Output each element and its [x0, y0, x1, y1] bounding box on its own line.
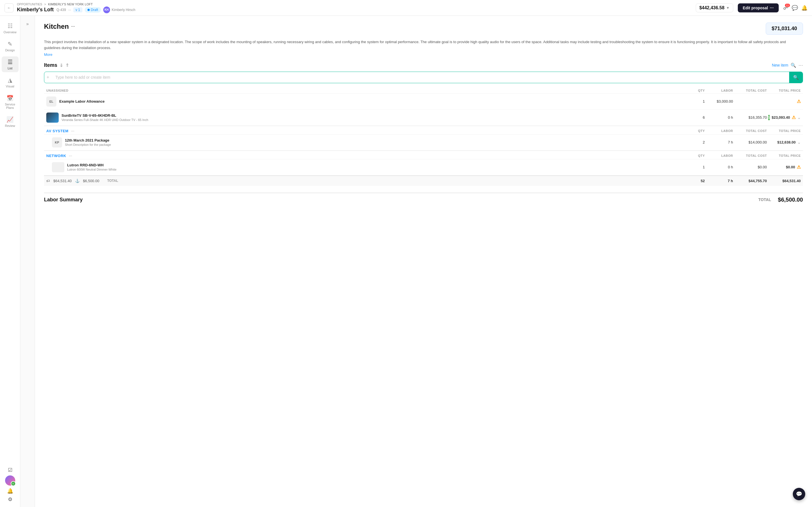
network-col-headers: Network ··· QTY LABOR TOTAL COST TOTAL P… [44, 151, 803, 159]
add-item-row: + 🔍 [44, 72, 803, 83]
item-thumbnail [46, 113, 59, 123]
quote-num: Q-439 [56, 8, 66, 12]
new-item-button[interactable]: New item [772, 63, 788, 67]
overview-icon: ☷ [8, 22, 13, 29]
sidebar-item-overview[interactable]: ☷ Overview [2, 20, 19, 36]
assignee: KH Kimberly Hirsch [103, 6, 136, 13]
item-info: EL Example Labor Allowance [44, 97, 685, 107]
collapse-all-button[interactable]: ⇓ [59, 63, 63, 68]
col-qty: QTY [685, 89, 707, 92]
draft-badge: Draft [85, 7, 101, 13]
labor-summary: Labor Summary Total $6,500.00 [44, 192, 803, 207]
expand-all-button[interactable]: ⇑ [65, 63, 69, 68]
items-title: Items [44, 62, 57, 68]
page-title-container: Kitchen ··· [44, 22, 75, 31]
item-price: ⚠ [769, 99, 803, 104]
notification-button[interactable]: 🔔 [801, 5, 808, 11]
av-system-section: AV System ··· QTY LABOR TOTAL COST TOTAL… [44, 126, 803, 151]
sidebar-item-visual[interactable]: ◮ Visual [2, 74, 19, 90]
total-price-dropdown[interactable]: $442,436.58 ▼ [696, 3, 733, 12]
item-qty: 2 [685, 140, 707, 145]
totals-cost: $64,531.40 [53, 179, 72, 183]
page-header: Kitchen ··· $71,031.40 [44, 22, 803, 35]
search-items-button[interactable]: 🔍 [791, 63, 796, 68]
expand-sidebar-button[interactable]: » [24, 19, 31, 29]
sidebar-item-list[interactable]: ☰ List [2, 56, 19, 72]
breadcrumb-sep: > [44, 3, 47, 6]
totals-qty: 52 [685, 179, 707, 183]
network-section: Network ··· QTY LABOR TOTAL COST TOTAL P… [44, 151, 803, 175]
more-items-button[interactable]: ⋯ [799, 63, 803, 68]
version-badge: v 1 [73, 7, 83, 12]
totals-labor: $6,500.00 [83, 179, 99, 183]
nav-right: $442,436.58 ▼ Edit proposal ⋯ ☍ 11 💬 🔔 [696, 3, 808, 12]
total-price-value: $442,436.58 [699, 5, 724, 10]
chat-bubble[interactable]: 💬 [793, 488, 805, 500]
item-cost: $14,000.00 [735, 140, 769, 145]
plus-icon: + [44, 75, 51, 80]
assignee-initials: KH [104, 8, 108, 11]
totals-hours: 7 h [707, 179, 735, 183]
green-check-icon: $ [768, 115, 770, 120]
edit-proposal-button[interactable]: Edit proposal ⋯ [738, 3, 779, 12]
col-total-cost: TOTAL COST [735, 89, 769, 92]
settings-button[interactable]: ⚙ [8, 496, 12, 503]
sidebar-item-design[interactable]: ✎ Design [2, 38, 19, 54]
unassigned-label: Unassigned [44, 89, 685, 92]
item-details: Lutron RRD-6ND-WH Lutron 600W Neutral Di… [67, 163, 116, 171]
sidebar-item-review[interactable]: 📈 Review [2, 114, 19, 130]
unassigned-section: Unassigned QTY LABOR TOTAL COST TOTAL PR… [44, 88, 803, 126]
top-icons: ☍ 11 💬 🔔 [783, 5, 808, 11]
main-layout: ☷ Overview ✎ Design ☰ List ◮ Visual 📅 Se… [0, 16, 812, 507]
assignee-avatar: KH [103, 6, 110, 13]
av-dots[interactable]: ··· [71, 129, 74, 133]
items-header-right: New item 🔍 ⋯ [772, 63, 803, 68]
av-col-total-price: TOTAL PRICE [769, 129, 803, 132]
item-name: Example Labor Allowance [59, 99, 105, 104]
notification-badge: 11 [785, 4, 790, 7]
project-description: This project involves the installation o… [44, 39, 803, 51]
table-row: KP 12th March 2021 Package Short Descrip… [44, 134, 803, 151]
notifications-sidebar-button[interactable]: 🔔 [7, 488, 13, 494]
net-col-labor: LABOR [707, 154, 735, 157]
visual-icon: ◮ [8, 77, 12, 83]
design-label: Design [5, 49, 15, 52]
more-link[interactable]: More [44, 52, 52, 57]
dots-sep: ··· [68, 8, 71, 12]
add-item-input[interactable] [51, 72, 789, 82]
table-row: SunBriteTV SB-V-65-4KHDR-BL Veranda Seri… [44, 110, 803, 126]
item-badge: KP [52, 137, 62, 148]
task-button[interactable]: ☑ [8, 467, 12, 473]
item-thumb-img [46, 113, 59, 123]
project-meta: Q-439 ··· v 1 Draft KH Kimberly Hirsch [56, 6, 135, 13]
labor-total-value: $6,500.00 [778, 196, 803, 203]
edit-proposal-label: Edit proposal [743, 6, 768, 10]
visual-label: Visual [6, 84, 14, 88]
list-label: List [8, 66, 12, 70]
chat-button[interactable]: 💬 [792, 5, 798, 11]
content-area: Kitchen ··· $71,031.40 This project invo… [35, 16, 812, 507]
list-icon: ☰ [8, 59, 13, 65]
network-dots[interactable]: ··· [69, 154, 72, 158]
item-cost: $0.00 [735, 165, 769, 169]
back-button[interactable]: ← [4, 3, 13, 12]
bookmark-button[interactable]: ☍ 11 [783, 5, 788, 11]
expand-row-icon[interactable]: ⌄ [797, 140, 801, 145]
av-col-labor: LABOR [707, 129, 735, 132]
add-item-search-button[interactable]: 🔍 [789, 72, 803, 83]
item-info: KP 12th March 2021 Package Short Descrip… [50, 137, 685, 148]
item-price: $0.00 ⚠ [769, 164, 803, 170]
design-icon: ✎ [8, 41, 12, 47]
user-avatar[interactable] [5, 475, 15, 486]
av-label: AV System [46, 129, 68, 133]
network-section-name: Network ··· [44, 154, 685, 158]
item-labor: $3,000.00 [707, 99, 735, 104]
price-value: $0.00 [786, 165, 795, 169]
expand-row-icon[interactable]: ⌄ [797, 115, 801, 120]
sidebar-item-service-plans[interactable]: 📅 Service Plans [2, 93, 19, 112]
warning-icon: ⚠ [792, 115, 796, 120]
overview-label: Overview [4, 31, 17, 34]
breadcrumb: OPPORTUNITIES > KIMBERLY'S NEW YORK LOFT [17, 3, 136, 6]
net-col-total-cost: TOTAL COST [735, 154, 769, 157]
draft-label: Draft [91, 8, 98, 12]
